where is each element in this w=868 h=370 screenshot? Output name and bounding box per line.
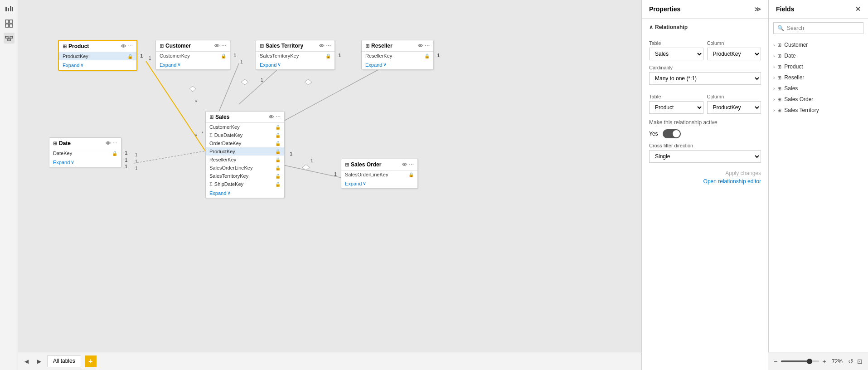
apply-changes-button[interactable]: Apply changes bbox=[649, 170, 761, 176]
sidebar-icon-report[interactable] bbox=[4, 4, 15, 15]
zoom-plus-button[interactable]: + bbox=[823, 358, 826, 365]
chevron-down-icon: ∨ bbox=[277, 62, 281, 68]
field-name: SalesTerritoryKey bbox=[209, 173, 248, 179]
tab-all-tables[interactable]: All tables bbox=[47, 355, 81, 367]
hide-icon[interactable]: 🔒 bbox=[275, 125, 281, 130]
table-product-header: ⊞ Product 👁 ⋯ bbox=[59, 41, 136, 52]
expand-button[interactable]: Expand ∨ bbox=[156, 60, 230, 69]
hide-icon[interactable]: 🔒 bbox=[408, 172, 414, 177]
form-col-table2: Table Product bbox=[649, 89, 703, 114]
svg-rect-5 bbox=[10, 20, 13, 23]
hide-icon[interactable]: 🔒 bbox=[275, 182, 281, 187]
select-column2[interactable]: ProductKey bbox=[707, 101, 761, 114]
active-yes-label: Yes bbox=[649, 131, 658, 137]
eye-icon[interactable]: 👁 bbox=[121, 44, 126, 49]
active-toggle[interactable] bbox=[663, 129, 681, 138]
svg-line-13 bbox=[146, 61, 205, 151]
zoom-reset-button[interactable]: ↺ bbox=[848, 358, 853, 365]
hide-icon[interactable]: 🔒 bbox=[275, 141, 281, 146]
expand-button[interactable]: Expand ∨ bbox=[59, 60, 136, 70]
chevron-right-icon: › bbox=[773, 97, 775, 102]
more-icon[interactable]: ⋯ bbox=[128, 44, 133, 49]
hide-icon[interactable]: 🔒 bbox=[275, 166, 281, 170]
table-icon: ⊞ bbox=[160, 43, 164, 49]
nav-left[interactable]: ◀ bbox=[22, 357, 31, 366]
select-table2[interactable]: Product bbox=[649, 101, 703, 114]
select-table1[interactable]: Sales bbox=[649, 48, 703, 60]
zoom-bar: − + 72% ↺ ⊡ bbox=[768, 352, 868, 370]
eye-icon[interactable]: 👁 bbox=[319, 43, 324, 49]
select-cardinality[interactable]: Many to one (*:1) bbox=[649, 72, 761, 85]
more-icon[interactable]: ⋯ bbox=[425, 43, 430, 49]
chevron-right-icon[interactable]: ≫ bbox=[754, 5, 761, 13]
expand-button[interactable]: Expand ∨ bbox=[256, 60, 335, 69]
hide-icon[interactable]: 🔒 bbox=[127, 54, 133, 59]
svg-marker-32 bbox=[189, 86, 196, 92]
eye-icon[interactable]: 👁 bbox=[106, 141, 111, 146]
field-item-reseller[interactable]: › ⊞ Reseller bbox=[769, 72, 868, 83]
section-label: Relationship bbox=[655, 24, 688, 30]
table-row: CustomerKey 🔒 bbox=[156, 52, 230, 60]
fields-close-button[interactable]: ✕ bbox=[855, 5, 861, 13]
svg-text:1: 1 bbox=[240, 59, 243, 64]
form-col-column1: Column ProductKey bbox=[707, 36, 761, 60]
properties-body: ∧ Relationship Table Sales Column Produc… bbox=[642, 19, 768, 370]
hide-icon[interactable]: 🔒 bbox=[424, 54, 430, 58]
more-icon[interactable]: ⋯ bbox=[276, 114, 281, 120]
svg-line-21 bbox=[134, 151, 205, 163]
expand-button[interactable]: Expand ∨ bbox=[206, 188, 284, 198]
hide-icon[interactable]: 🔒 bbox=[275, 149, 281, 154]
hide-icon[interactable]: 🔒 bbox=[112, 151, 117, 156]
field-item-customer[interactable]: › ⊞ Customer bbox=[769, 39, 868, 50]
field-item-date[interactable]: › ⊞ Date bbox=[769, 50, 868, 61]
more-icon[interactable]: ⋯ bbox=[112, 141, 117, 146]
eye-icon[interactable]: 👁 bbox=[402, 162, 407, 168]
expand-button[interactable]: Expand ∨ bbox=[362, 60, 433, 69]
hide-icon[interactable]: 🔒 bbox=[275, 157, 281, 162]
table-row: ProductKey 🔒 bbox=[59, 52, 136, 60]
zoom-slider[interactable] bbox=[781, 360, 819, 362]
field-item-sales[interactable]: › ⊞ Sales bbox=[769, 83, 868, 94]
eye-icon[interactable]: 👁 bbox=[269, 114, 274, 120]
nav-right[interactable]: ▶ bbox=[34, 357, 44, 366]
more-icon[interactable]: ⋯ bbox=[221, 43, 226, 49]
table-sales-header: ⊞ Sales 👁 ⋯ bbox=[206, 112, 284, 123]
select-column1[interactable]: ProductKey bbox=[707, 48, 761, 60]
svg-marker-34 bbox=[305, 79, 312, 85]
sidebar-icon-data[interactable] bbox=[4, 18, 15, 29]
field-label: Sales Order bbox=[784, 96, 813, 102]
table-sales-territory: ⊞ Sales Territory 👁 ⋯ SalesTerritoryKey … bbox=[256, 40, 335, 70]
hide-icon[interactable]: 🔒 bbox=[275, 133, 281, 138]
field-item-sales-order[interactable]: › ⊞ Sales Order bbox=[769, 94, 868, 105]
field-name: OrderDateKey bbox=[209, 141, 241, 146]
field-name: ResellerKey bbox=[209, 157, 236, 162]
eye-icon[interactable]: 👁 bbox=[214, 43, 219, 49]
hide-icon[interactable]: 🔒 bbox=[275, 174, 281, 179]
chevron-right-icon: › bbox=[773, 54, 775, 58]
chevron-down-icon: ∨ bbox=[80, 62, 84, 68]
zoom-minus-button[interactable]: − bbox=[774, 358, 777, 365]
select-cross-filter[interactable]: Single bbox=[649, 150, 761, 163]
table-icon: ⊞ bbox=[777, 107, 781, 113]
svg-marker-35 bbox=[302, 165, 310, 170]
svg-text:*: * bbox=[195, 132, 198, 140]
zoom-fit-button[interactable]: ⊡ bbox=[857, 358, 863, 365]
hide-icon[interactable]: 🔒 bbox=[221, 54, 226, 58]
field-label: Date bbox=[784, 53, 795, 59]
field-item-product[interactable]: › ⊞ Product bbox=[769, 61, 868, 72]
field-item-sales-territory[interactable]: › ⊞ Sales Territory bbox=[769, 105, 868, 116]
open-editor-link[interactable]: Open relationship editor bbox=[649, 178, 761, 185]
field-name: DateKey bbox=[53, 151, 72, 156]
svg-line-19 bbox=[281, 63, 390, 122]
more-icon[interactable]: ⋯ bbox=[409, 162, 414, 168]
sidebar-icon-model[interactable] bbox=[4, 33, 15, 44]
chevron-down-icon: ∨ bbox=[71, 159, 74, 165]
hide-icon[interactable]: 🔒 bbox=[325, 54, 331, 58]
eye-icon[interactable]: 👁 bbox=[418, 43, 423, 49]
svg-text:1: 1 bbox=[149, 56, 151, 61]
expand-button[interactable]: Expand ∨ bbox=[49, 157, 121, 167]
tab-add-button[interactable]: + bbox=[85, 355, 97, 367]
expand-button[interactable]: Expand ∨ bbox=[341, 179, 417, 188]
more-icon[interactable]: ⋯ bbox=[326, 43, 331, 49]
search-input[interactable] bbox=[787, 25, 859, 31]
